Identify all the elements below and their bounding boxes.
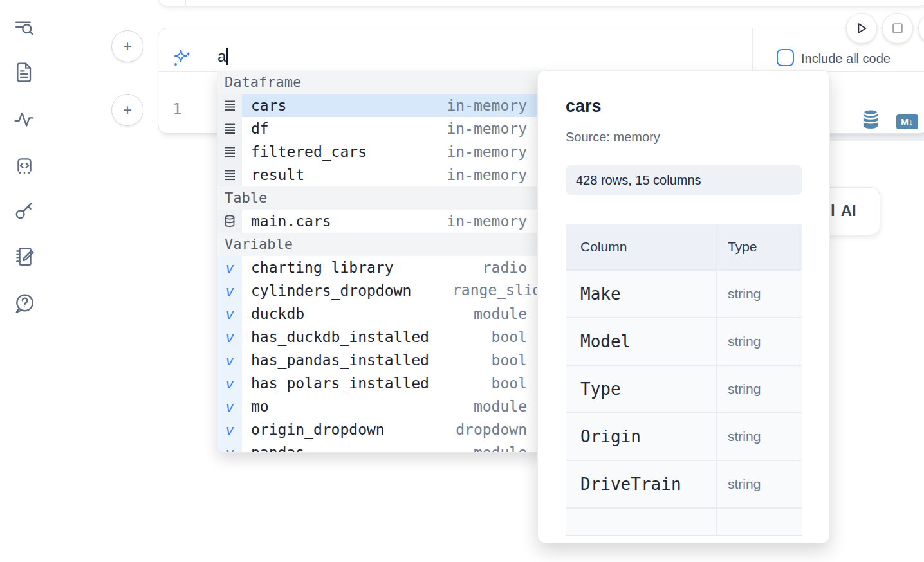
autocomplete-dropdown: Dataframe cars in-memory df in-memory fi… bbox=[217, 71, 543, 453]
preview-schema-table: Column Type Make string Model string Typ… bbox=[566, 224, 802, 536]
section-header-dataframe: Dataframe bbox=[217, 71, 542, 94]
preview-title: cars bbox=[566, 96, 602, 116]
variable-icon: v bbox=[217, 325, 242, 349]
editor-line-number: 1 bbox=[172, 100, 181, 118]
variable-icon: v bbox=[217, 372, 242, 395]
table-row: Origin string bbox=[566, 413, 802, 461]
dataframe-rows-icon bbox=[217, 117, 242, 140]
database-icon bbox=[217, 210, 242, 233]
cell-gutter-divider bbox=[185, 0, 186, 6]
left-sidebar bbox=[9, 0, 40, 562]
table-row: Model string bbox=[566, 318, 802, 366]
autocomplete-item-filtered-cars[interactable]: filtered_cars in-memory bbox=[217, 140, 542, 163]
list-search-icon bbox=[14, 16, 35, 38]
autocomplete-item-has-duckdb-installed[interactable]: v has_duckdb_installed bool bbox=[217, 325, 542, 349]
text-cursor bbox=[226, 48, 228, 65]
sidebar-item-search[interactable] bbox=[12, 14, 37, 40]
variable-icon: v bbox=[217, 395, 242, 418]
schema-header-row: Column Type bbox=[566, 224, 802, 271]
stop-icon bbox=[891, 21, 905, 35]
add-cell-below-button[interactable]: + bbox=[111, 94, 143, 126]
table-row: Make string bbox=[566, 271, 802, 318]
ai-sparkle-icon bbox=[172, 48, 192, 69]
table-row-clipped bbox=[566, 509, 802, 536]
clipped-text-fragment: l bbox=[831, 202, 835, 219]
activity-icon bbox=[14, 108, 35, 130]
include-all-code-checkbox[interactable] bbox=[777, 49, 794, 66]
include-all-code-label: Include all code bbox=[801, 51, 891, 66]
play-icon bbox=[855, 21, 869, 35]
type-header: Type bbox=[716, 224, 802, 269]
table-row: Type string bbox=[566, 366, 802, 413]
plus-icon: + bbox=[123, 37, 132, 55]
markdown-badge-icon: M↓ bbox=[901, 117, 914, 127]
variable-icon: v bbox=[217, 441, 242, 453]
run-cell-button[interactable] bbox=[846, 13, 877, 44]
autocomplete-item-result[interactable]: result in-memory bbox=[217, 163, 542, 186]
sidebar-item-snippets[interactable] bbox=[12, 152, 37, 178]
autocomplete-item-has-polars-installed[interactable]: v has_polars_installed bool bbox=[217, 372, 542, 395]
stop-cell-button[interactable] bbox=[882, 13, 913, 44]
preview-source: Source: memory bbox=[566, 130, 660, 145]
sidebar-item-files[interactable] bbox=[12, 59, 37, 85]
autocomplete-item-duckdb[interactable]: v duckdb module bbox=[217, 302, 542, 325]
key-icon bbox=[14, 199, 35, 221]
dataframe-preview-popup: cars Source: memory 428 rows, 15 columns… bbox=[537, 70, 830, 543]
ai-prompt-input[interactable]: a bbox=[217, 48, 228, 66]
column-header: Column bbox=[566, 224, 716, 269]
variable-icon: v bbox=[217, 302, 242, 325]
preview-shape-badge: 428 rows, 15 columns bbox=[566, 165, 802, 195]
add-cell-above-button[interactable]: + bbox=[111, 30, 143, 62]
autocomplete-item-pandas[interactable]: v pandas module bbox=[217, 441, 542, 453]
prompt-value: a bbox=[217, 48, 226, 65]
autocomplete-item-cars[interactable]: cars in-memory bbox=[217, 94, 542, 117]
sidebar-item-secrets[interactable] bbox=[12, 197, 37, 223]
sidebar-item-tracing[interactable] bbox=[12, 106, 37, 132]
autocomplete-item-mo[interactable]: v mo module bbox=[217, 395, 542, 418]
notebook-edit-icon bbox=[14, 246, 35, 267]
code-snippets-icon bbox=[14, 154, 35, 176]
convert-to-markdown-button[interactable]: M↓ bbox=[896, 114, 918, 129]
dataframe-rows-icon bbox=[217, 140, 242, 163]
help-icon bbox=[14, 292, 35, 314]
autocomplete-item-origin-dropdown[interactable]: v origin_dropdown dropdown bbox=[217, 418, 542, 441]
autocomplete-item-df[interactable]: df in-memory bbox=[217, 117, 542, 140]
table-row: DriveTrain string bbox=[566, 461, 802, 509]
variable-icon: v bbox=[217, 256, 242, 279]
autocomplete-item-charting-library[interactable]: v charting_library radio bbox=[217, 256, 542, 279]
autocomplete-item-has-pandas-installed[interactable]: v has_pandas_installed bool bbox=[217, 349, 542, 372]
variable-icon: v bbox=[217, 279, 242, 302]
dataframe-rows-icon bbox=[217, 94, 242, 117]
ai-label: AI bbox=[841, 202, 856, 219]
convert-to-sql-button[interactable] bbox=[860, 108, 881, 130]
document-icon bbox=[14, 61, 35, 83]
previous-cell-remnant bbox=[158, 0, 924, 6]
variable-icon: v bbox=[217, 418, 242, 441]
section-header-variable: Variable bbox=[217, 233, 542, 256]
section-header-table: Table bbox=[217, 186, 542, 210]
sidebar-item-help[interactable] bbox=[12, 290, 37, 316]
variable-icon: v bbox=[217, 349, 242, 372]
autocomplete-item-main-cars[interactable]: main.cars in-memory bbox=[217, 210, 542, 233]
dataframe-rows-icon bbox=[217, 163, 242, 186]
sidebar-item-scratchpad[interactable] bbox=[12, 244, 37, 269]
autocomplete-item-cylinders-dropdown[interactable]: v cylinders_dropdown range_slider bbox=[217, 279, 542, 302]
plus-icon: + bbox=[123, 101, 132, 119]
